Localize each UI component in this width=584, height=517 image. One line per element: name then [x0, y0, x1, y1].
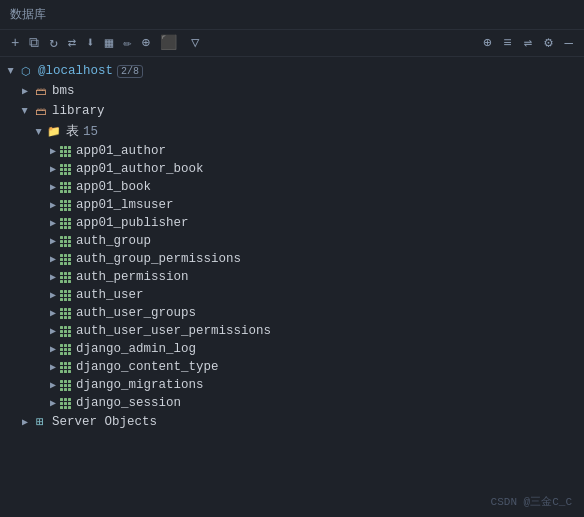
- plus-btn[interactable]: ⊕: [139, 34, 153, 52]
- table-icon: [60, 200, 71, 211]
- chevron-t11: ▶: [46, 343, 60, 355]
- table-label-7: auth_permission: [76, 270, 189, 284]
- table-icon: [60, 182, 71, 193]
- table-icon: [60, 398, 71, 409]
- sort-icon[interactable]: ⇌: [521, 34, 535, 52]
- tree-item-app01-publisher[interactable]: ▶ app01_publisher: [0, 214, 584, 232]
- chevron-t1: ▶: [46, 163, 60, 175]
- tree-item-django-admin-log[interactable]: ▶ django_admin_log: [0, 340, 584, 358]
- table-icon: [60, 308, 71, 319]
- transfer-btn[interactable]: ⇄: [65, 34, 79, 52]
- chevron-localhost: ▶: [5, 64, 17, 78]
- table-label-3: app01_lmsuser: [76, 198, 174, 212]
- chevron-t10: ▶: [46, 325, 60, 337]
- table-label-8: auth_user: [76, 288, 144, 302]
- tree-item-auth-permission[interactable]: ▶ auth_permission: [0, 268, 584, 286]
- chevron-t9: ▶: [46, 307, 60, 319]
- table-label-13: django_migrations: [76, 378, 204, 392]
- chevron-t0: ▶: [46, 145, 60, 157]
- table-icon: [60, 326, 71, 337]
- chevron-t14: ▶: [46, 397, 60, 409]
- tree-item-bms[interactable]: ▶ 🗃 bms: [0, 81, 584, 101]
- tree-item-app01-book[interactable]: ▶ app01_book: [0, 178, 584, 196]
- window-title: 数据库: [10, 8, 46, 22]
- table-icon: [60, 146, 71, 157]
- tree-item-app01-author[interactable]: ▶ app01_author: [0, 142, 584, 160]
- table-label-10: auth_user_user_permissions: [76, 324, 271, 338]
- server-icon: ⬡: [18, 63, 34, 79]
- watermark: CSDN @三金C_C: [491, 494, 572, 509]
- table-label-9: auth_user_groups: [76, 306, 196, 320]
- copy-btn[interactable]: ⧉: [26, 34, 42, 52]
- tables-count: 15: [83, 125, 98, 139]
- folder-icon: 📁: [46, 124, 62, 140]
- table-label-2: app01_book: [76, 180, 151, 194]
- table-icon: [60, 290, 71, 301]
- tree-item-tables-folder[interactable]: ▶ 📁 表 15: [0, 121, 584, 142]
- tree-item-app01-lmsuser[interactable]: ▶ app01_lmsuser: [0, 196, 584, 214]
- edit-btn[interactable]: ✏: [120, 34, 134, 52]
- tree-item-library[interactable]: ▶ 🗃 library: [0, 101, 584, 121]
- chevron-t8: ▶: [46, 289, 60, 301]
- table-icon: [60, 272, 71, 283]
- chevron-library: ▶: [19, 104, 31, 118]
- table-label-14: django_session: [76, 396, 181, 410]
- table-label-4: app01_publisher: [76, 216, 189, 230]
- chevron-t4: ▶: [46, 217, 60, 229]
- add-btn[interactable]: +: [8, 34, 22, 52]
- db-icon-library: 🗃: [32, 103, 48, 119]
- bms-label: bms: [52, 84, 75, 98]
- table-label-5: auth_group: [76, 234, 151, 248]
- globe-icon[interactable]: ⊕: [480, 34, 494, 52]
- chevron-t6: ▶: [46, 253, 60, 265]
- localhost-badge: 2/8: [117, 65, 143, 78]
- table-label-1: app01_author_book: [76, 162, 204, 176]
- chevron-t5: ▶: [46, 235, 60, 247]
- table-icon: [60, 344, 71, 355]
- chevron-t12: ▶: [46, 361, 60, 373]
- table-label-12: django_content_type: [76, 360, 219, 374]
- chevron-bms: ▶: [18, 85, 32, 97]
- tree-item-django-session[interactable]: ▶ django_session: [0, 394, 584, 412]
- tree-container: ▶ ⬡ @localhost 2/8 ▶ 🗃 bms ▶ 🗃 library ▶…: [0, 57, 584, 504]
- chevron-t13: ▶: [46, 379, 60, 391]
- server-objects-label: Server Objects: [52, 415, 157, 429]
- table-label-6: auth_group_permissions: [76, 252, 241, 266]
- table-icon: [60, 164, 71, 175]
- tree-item-django-migrations[interactable]: ▶ django_migrations: [0, 376, 584, 394]
- import-btn[interactable]: ⬇: [83, 34, 97, 52]
- block-btn[interactable]: ⬛: [157, 34, 180, 52]
- chevron-server-objects: ▶: [18, 416, 32, 428]
- toolbar: + ⧉ ↻ ⇄ ⬇ ▦ ✏ ⊕ ⬛ ▽ ⊕ ≡ ⇌ ⚙ —: [0, 30, 584, 57]
- minimize-icon[interactable]: —: [562, 34, 576, 52]
- filter-btn[interactable]: ▽: [188, 34, 202, 52]
- table-icon: [60, 218, 71, 229]
- tree-item-localhost[interactable]: ▶ ⬡ @localhost 2/8: [0, 61, 584, 81]
- tree-item-auth-group[interactable]: ▶ auth_group: [0, 232, 584, 250]
- library-label: library: [52, 104, 105, 118]
- localhost-label: @localhost: [38, 64, 113, 78]
- tree-item-server-objects[interactable]: ▶ ⊞ Server Objects: [0, 412, 584, 432]
- tree-item-auth-user-groups[interactable]: ▶ auth_user_groups: [0, 304, 584, 322]
- table-icon: [60, 236, 71, 247]
- tree-item-auth-user-user-permissions[interactable]: ▶ auth_user_user_permissions: [0, 322, 584, 340]
- list-icon[interactable]: ≡: [500, 34, 514, 52]
- tree-item-auth-user[interactable]: ▶ auth_user: [0, 286, 584, 304]
- db-icon-bms: 🗃: [32, 83, 48, 99]
- grid-btn[interactable]: ▦: [102, 34, 116, 52]
- chevron-t3: ▶: [46, 199, 60, 211]
- table-icon: [60, 362, 71, 373]
- table-label-11: django_admin_log: [76, 342, 196, 356]
- settings-icon[interactable]: ⚙: [541, 34, 555, 52]
- tree-item-app01-author-book[interactable]: ▶ app01_author_book: [0, 160, 584, 178]
- title-bar: 数据库: [0, 0, 584, 30]
- table-icon: [60, 254, 71, 265]
- server-objects-icon: ⊞: [32, 414, 48, 430]
- table-icon: [60, 380, 71, 391]
- chevron-t7: ▶: [46, 271, 60, 283]
- tree-item-auth-group-permissions[interactable]: ▶ auth_group_permissions: [0, 250, 584, 268]
- tree-item-django-content-type[interactable]: ▶ django_content_type: [0, 358, 584, 376]
- table-label-0: app01_author: [76, 144, 166, 158]
- chevron-tables: ▶: [33, 125, 45, 139]
- refresh-btn[interactable]: ↻: [46, 34, 60, 52]
